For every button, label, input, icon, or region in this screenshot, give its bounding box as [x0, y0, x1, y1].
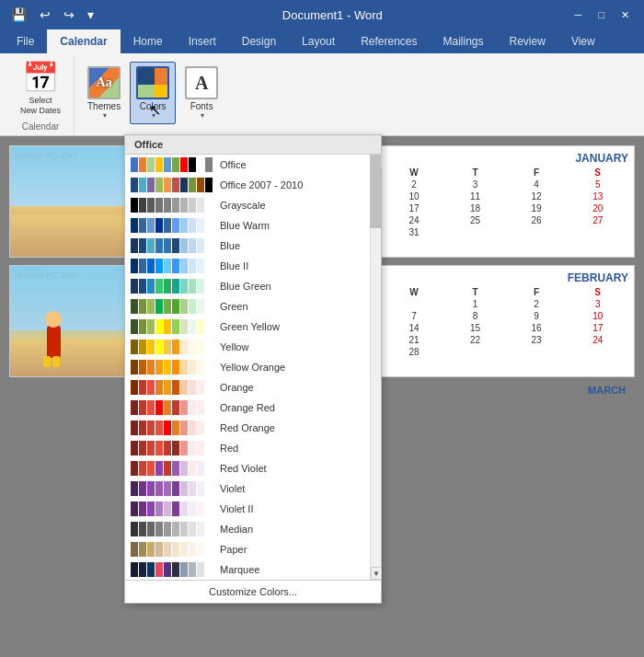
- themes-button[interactable]: Aa Themes ▾: [82, 63, 126, 123]
- cal-day: 4: [506, 179, 568, 190]
- cal-day: 17: [567, 322, 628, 334]
- tab-view[interactable]: View: [558, 29, 608, 53]
- tab-references[interactable]: References: [348, 29, 430, 53]
- close-button[interactable]: ✕: [614, 7, 637, 23]
- color-theme-label: Red: [220, 443, 238, 454]
- window-controls: ─ □ ✕: [568, 7, 637, 23]
- color-theme-item[interactable]: Red: [125, 438, 370, 458]
- color-theme-item[interactable]: Median: [125, 519, 370, 539]
- color-theme-item[interactable]: Yellow Orange: [125, 357, 370, 377]
- save-icon[interactable]: 💾: [7, 6, 30, 24]
- cal-day: 27: [567, 214, 628, 226]
- color-theme-label: Green: [220, 301, 248, 312]
- quick-access-dropdown[interactable]: ▾: [84, 6, 98, 24]
- colors-dropdown-header: Office: [125, 135, 381, 155]
- cal-header: T: [444, 167, 506, 179]
- fonts-label: Fonts: [190, 101, 213, 111]
- color-theme-label: Yellow Orange: [220, 362, 285, 373]
- color-theme-label: Blue Warm: [220, 220, 270, 231]
- cal-day: [506, 226, 568, 238]
- ribbon: File Calendar Home Insert Design Layout …: [0, 29, 644, 136]
- cal-day: [567, 346, 628, 358]
- cal-day: 31: [384, 226, 445, 238]
- colors-dropdown-list[interactable]: OfficeOffice 2007 - 2010GrayscaleBlue Wa…: [125, 155, 370, 580]
- fonts-icon: A: [185, 66, 218, 99]
- color-theme-label: Paper: [220, 544, 247, 555]
- color-theme-item[interactable]: Green Yellow: [125, 317, 370, 337]
- cal-day: [567, 226, 628, 238]
- color-theme-label: Blue II: [220, 260, 248, 271]
- color-theme-label: Violet: [220, 483, 245, 494]
- color-theme-item[interactable]: Blue: [125, 236, 370, 256]
- tab-calendar[interactable]: Calendar: [47, 29, 120, 53]
- themes-dropdown-arrow: ▾: [103, 111, 107, 120]
- tab-insert[interactable]: Insert: [176, 29, 229, 53]
- cal-day: [506, 346, 568, 358]
- color-theme-item[interactable]: Yellow: [125, 337, 370, 357]
- maximize-button[interactable]: □: [591, 7, 612, 23]
- color-theme-item[interactable]: Paper: [125, 539, 370, 559]
- tab-file[interactable]: File: [4, 29, 47, 53]
- color-theme-label: Green Yellow: [220, 321, 280, 332]
- cal-header: F: [506, 286, 568, 298]
- ribbon-tabs: File Calendar Home Insert Design Layout …: [0, 29, 644, 53]
- minimize-button[interactable]: ─: [568, 7, 590, 23]
- tab-review[interactable]: Review: [497, 29, 558, 53]
- ribbon-group-calendar: 📅 SelectNew Dates Calendar: [7, 57, 75, 135]
- tab-layout[interactable]: Layout: [289, 29, 348, 53]
- cal-header: W: [384, 167, 445, 179]
- color-theme-item[interactable]: Blue Warm: [125, 215, 370, 236]
- color-theme-item[interactable]: Grayscale: [125, 195, 370, 215]
- cal-day: 7: [384, 310, 445, 322]
- color-theme-item[interactable]: Blue Green: [125, 276, 370, 296]
- color-theme-label: Median: [220, 524, 253, 535]
- cal-day: 11: [444, 190, 506, 202]
- colors-dropdown-arrow: ▾: [152, 111, 155, 120]
- tab-mailings[interactable]: Mailings: [431, 29, 497, 53]
- ribbon-group-themes: Aa Themes ▾: [75, 57, 231, 135]
- redo-icon[interactable]: ↪: [60, 6, 78, 24]
- select-new-dates-button[interactable]: 📅 SelectNew Dates: [15, 57, 66, 120]
- title-bar: 💾 ↩ ↪ ▾ Document1 - Word ─ □ ✕: [0, 0, 644, 29]
- colors-label: Colors: [140, 101, 167, 111]
- color-theme-item[interactable]: Violet II: [125, 499, 370, 519]
- cal-day: 28: [384, 346, 445, 358]
- customize-colors-button[interactable]: Customize Colors...: [125, 580, 381, 603]
- color-theme-item[interactable]: Orange Red: [125, 398, 370, 418]
- ribbon-content: 📅 SelectNew Dates Calendar Aa Themes ▾: [0, 53, 644, 135]
- color-theme-item[interactable]: Red Violet: [125, 458, 370, 478]
- color-theme-item[interactable]: Orange: [125, 377, 370, 398]
- color-theme-item[interactable]: Office 2007 - 2010: [125, 175, 370, 195]
- fonts-dropdown-arrow: ▾: [201, 111, 204, 120]
- color-theme-item[interactable]: Violet: [125, 478, 370, 499]
- color-theme-item[interactable]: Red Orange: [125, 418, 370, 438]
- cal-day: 2: [384, 179, 445, 190]
- cal-day: 16: [506, 322, 568, 334]
- color-theme-label: Office: [220, 159, 247, 170]
- calendar-group-items: 📅 SelectNew Dates: [15, 57, 66, 120]
- cal-header: S: [567, 286, 628, 298]
- color-theme-item[interactable]: Marquee: [125, 559, 370, 580]
- color-theme-label: Grayscale: [220, 200, 266, 211]
- color-theme-item[interactable]: Blue II: [125, 256, 370, 276]
- tab-design[interactable]: Design: [229, 29, 289, 53]
- color-theme-label: Office 2007 - 2010: [220, 179, 303, 190]
- color-theme-item[interactable]: Office: [125, 155, 370, 175]
- color-theme-label: Orange: [220, 382, 254, 393]
- themes-icon: Aa: [87, 66, 121, 99]
- color-theme-item[interactable]: Green: [125, 296, 370, 317]
- fonts-button[interactable]: A Fonts ▾: [179, 63, 224, 123]
- colors-button[interactable]: Colors ▾: [130, 62, 176, 124]
- cal-day: 9: [506, 310, 568, 322]
- undo-icon[interactable]: ↩: [36, 6, 54, 24]
- cal-day: 3: [444, 179, 506, 190]
- cal-day: 8: [444, 310, 506, 322]
- tab-home[interactable]: Home: [121, 29, 176, 53]
- scrollbar-thumb[interactable]: [370, 155, 381, 228]
- color-theme-label: Orange Red: [220, 402, 275, 413]
- scrollbar-down[interactable]: ▼: [371, 567, 382, 580]
- color-theme-label: Marquee: [220, 564, 259, 575]
- cal-day: [384, 298, 445, 310]
- color-theme-label: Yellow: [220, 341, 248, 352]
- cal-day: 24: [567, 334, 628, 346]
